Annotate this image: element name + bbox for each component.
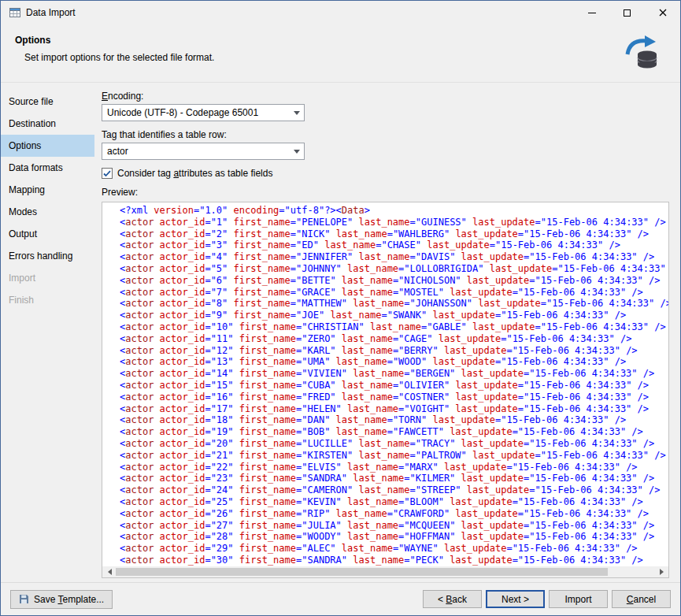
checkbox-label: Consider tag attributes as table fields xyxy=(117,168,272,179)
wizard-header: Options Set import options for the selec… xyxy=(1,24,680,83)
scroll-right-arrow[interactable] xyxy=(657,569,666,575)
close-icon xyxy=(659,9,667,17)
encoding-select[interactable]: Unicode (UTF-8) - Codepage 65001 xyxy=(102,104,305,121)
consider-attributes-checkbox[interactable]: Consider tag attributes as table fields xyxy=(102,168,668,179)
save-icon xyxy=(19,594,29,604)
close-button[interactable] xyxy=(645,1,680,24)
xml-row-line: <actor actor_id="9" first_name="JOE" las… xyxy=(120,310,668,321)
encoding-label: Encoding: xyxy=(102,91,668,102)
chevron-down-icon xyxy=(290,111,304,115)
wizard-steps: Source fileDestinationOptionsData format… xyxy=(1,83,94,582)
options-panel: Encoding: Unicode (UTF-8) - Codepage 650… xyxy=(94,83,680,582)
xml-row-line: <actor actor_id="24" first_name="CAMERON… xyxy=(120,484,668,496)
sidebar-item-data-formats[interactable]: Data formats xyxy=(1,157,94,179)
wizard-buttons: < Back Next > Import Cancel xyxy=(419,590,671,608)
scrollbar-thumb[interactable] xyxy=(116,568,608,576)
xml-row-line: <actor actor_id="1" first_name="PENELOPE… xyxy=(120,217,668,228)
sidebar-item-source-file[interactable]: Source file xyxy=(1,91,94,113)
xml-preview-pane[interactable]: <?xml version="1.0" encoding="utf-8"?><D… xyxy=(102,202,669,578)
xml-row-line: <actor actor_id="8" first_name="MATTHEW"… xyxy=(120,298,668,310)
xml-row-line: <actor actor_id="3" first_name="ED" last… xyxy=(120,239,668,251)
xml-row-line: <actor actor_id="10" first_name="CHRISTI… xyxy=(120,321,668,333)
scroll-left-arrow[interactable] xyxy=(105,569,114,575)
import-button[interactable]: Import xyxy=(549,590,608,608)
xml-row-line: <actor actor_id="28" first_name="WOODY" … xyxy=(120,531,668,543)
xml-row-line: <actor actor_id="13" first_name="UMA" la… xyxy=(120,356,668,368)
xml-row-line: <actor actor_id="4" first_name="JENNIFER… xyxy=(120,251,668,263)
wizard-body: Source fileDestinationOptionsData format… xyxy=(1,83,680,582)
xml-row-line: <actor actor_id="17" first_name="HELEN" … xyxy=(120,403,668,415)
encoding-selected-value: Unicode (UTF-8) - Codepage 65001 xyxy=(102,107,290,118)
save-template-label: Save Template... xyxy=(34,594,104,605)
xml-row-line: <actor actor_id="19" first_name="BOB" la… xyxy=(120,426,668,438)
checkbox-icon xyxy=(102,168,113,179)
xml-row-line: <actor actor_id="23" first_name="SANDRA"… xyxy=(120,473,668,484)
xml-row-line: <actor actor_id="25" first_name="KEVIN" … xyxy=(120,496,668,508)
page-subtitle: Set import options for the selected file… xyxy=(1,46,680,63)
row-tag-label: Tag that identifies a table row: xyxy=(102,129,668,140)
window-controls xyxy=(574,1,680,24)
database-import-icon xyxy=(624,34,661,74)
minimize-button[interactable] xyxy=(574,1,609,24)
titlebar: Data Import xyxy=(1,1,680,24)
maximize-button[interactable] xyxy=(609,1,645,24)
sidebar-item-import: Import xyxy=(1,267,94,289)
sidebar-item-finish: Finish xyxy=(1,289,94,311)
row-tag-select[interactable]: actor xyxy=(102,143,305,160)
xml-row-line: <actor actor_id="30" first_name="SANDRA"… xyxy=(120,555,668,566)
page-title: Options xyxy=(1,24,680,46)
sidebar-item-destination[interactable]: Destination xyxy=(1,113,94,135)
xml-row-line: <actor actor_id="20" first_name="LUCILLE… xyxy=(120,438,668,450)
xml-row-line: <actor actor_id="14" first_name="VIVIEN"… xyxy=(120,368,668,380)
xml-row-line: <actor actor_id="27" first_name="JULIA" … xyxy=(120,520,668,532)
preview-label: Preview: xyxy=(102,187,668,198)
xml-row-line: <actor actor_id="22" first_name="ELVIS" … xyxy=(120,462,668,473)
xml-row-line: <actor actor_id="29" first_name="ALEC" l… xyxy=(120,543,668,555)
chevron-down-icon xyxy=(290,150,304,154)
xml-row-line: <actor actor_id="26" first_name="RIP" la… xyxy=(120,508,668,520)
footer-bar: Save Template... < Back Next > Import Ca… xyxy=(1,582,680,615)
sidebar-item-mapping[interactable]: Mapping xyxy=(1,179,94,201)
save-template-button[interactable]: Save Template... xyxy=(10,590,113,609)
xml-row-line: <actor actor_id="16" first_name="FRED" l… xyxy=(120,391,668,403)
window-title: Data Import xyxy=(26,7,76,18)
sidebar-item-errors-handling[interactable]: Errors handling xyxy=(1,245,94,267)
xml-prolog-line: <?xml version="1.0" encoding="utf-8"?><D… xyxy=(120,205,668,217)
row-tag-selected-value: actor xyxy=(102,146,290,157)
cancel-button[interactable]: Cancel xyxy=(612,590,671,608)
sidebar-item-modes[interactable]: Modes xyxy=(1,201,94,223)
data-import-app-icon xyxy=(9,6,21,19)
next-button[interactable]: Next > xyxy=(486,590,545,608)
data-import-window: Data Import Options Set import options f… xyxy=(0,0,681,616)
maximize-icon xyxy=(624,9,631,17)
horizontal-scrollbar[interactable] xyxy=(102,566,668,577)
xml-row-line: <actor actor_id="18" first_name="DAN" la… xyxy=(120,414,668,426)
xml-row-line: <actor actor_id="6" first_name="BETTE" l… xyxy=(120,275,668,287)
xml-preview-text: <?xml version="1.0" encoding="utf-8"?><D… xyxy=(102,202,668,566)
xml-row-line: <actor actor_id="15" first_name="CUBA" l… xyxy=(120,380,668,391)
xml-row-line: <actor actor_id="11" first_name="ZERO" l… xyxy=(120,333,668,345)
xml-row-line: <actor actor_id="5" first_name="JOHNNY" … xyxy=(120,263,668,275)
xml-row-line: <actor actor_id="12" first_name="KARL" l… xyxy=(120,345,668,357)
sidebar-item-options[interactable]: Options xyxy=(1,135,94,157)
xml-row-line: <actor actor_id="2" first_name="NICK" la… xyxy=(120,228,668,240)
xml-row-line: <actor actor_id="21" first_name="KIRSTEN… xyxy=(120,450,668,462)
minimize-icon xyxy=(588,13,596,13)
sidebar-item-output[interactable]: Output xyxy=(1,223,94,245)
back-button[interactable]: < Back xyxy=(423,590,482,608)
xml-row-line: <actor actor_id="7" first_name="GRACE" l… xyxy=(120,287,668,299)
